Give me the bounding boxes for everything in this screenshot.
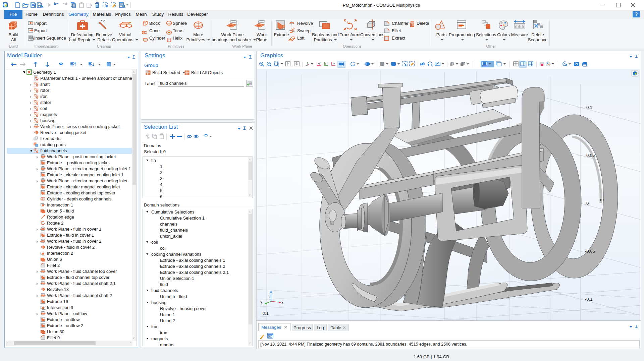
svg-text:xy: xy xyxy=(318,62,321,65)
svg-text:z: z xyxy=(269,294,271,299)
svg-text:y: y xyxy=(260,299,262,304)
svg-text:xz: xz xyxy=(332,62,335,65)
svg-text:0: 0 xyxy=(586,201,589,206)
svg-text:0.1: 0.1 xyxy=(586,105,592,110)
svg-text:-0.05: -0.05 xyxy=(585,249,595,254)
svg-text:x: x xyxy=(281,300,283,305)
svg-text:0.1: 0.1 xyxy=(263,311,269,316)
svg-text:yz: yz xyxy=(325,62,328,65)
svg-text:m: m xyxy=(600,197,604,202)
svg-text:0.05: 0.05 xyxy=(586,153,595,158)
svg-text:-0.1: -0.1 xyxy=(585,297,592,302)
